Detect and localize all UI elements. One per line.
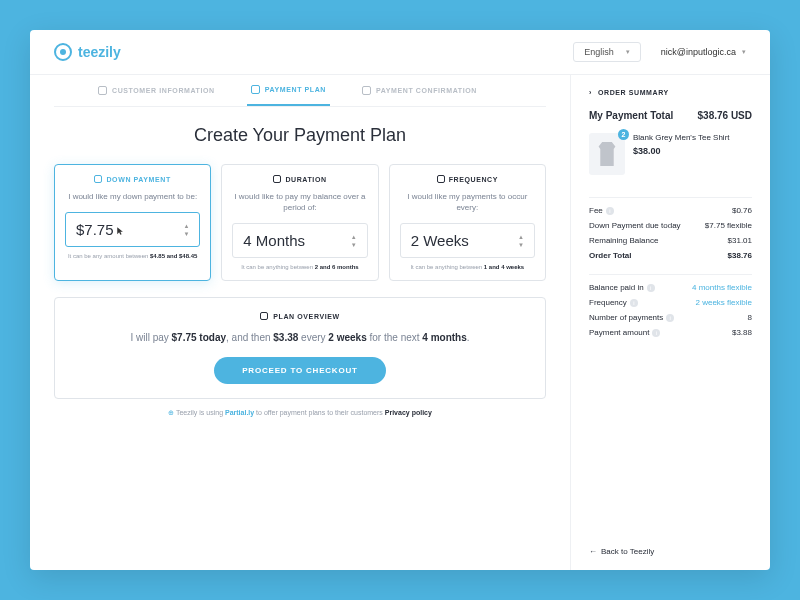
stepper-value: 2 Weeks bbox=[411, 232, 469, 249]
balance-row: Remaining Balance$31.01 bbox=[589, 236, 752, 245]
info-icon[interactable]: i bbox=[652, 329, 660, 337]
page-title: Create Your Payment Plan bbox=[54, 125, 546, 146]
down-payment-stepper[interactable]: $7.75 ▲ ▼ bbox=[65, 212, 200, 247]
product-image: 2 bbox=[589, 133, 625, 175]
user-email: nick@inputlogic.ca bbox=[661, 47, 736, 57]
user-menu[interactable]: nick@inputlogic.ca ▾ bbox=[661, 47, 746, 57]
chevron-right-icon: › bbox=[589, 89, 592, 96]
down-arrow-icon bbox=[94, 175, 102, 183]
product-name: Blank Grey Men's Tee Shirt bbox=[633, 133, 752, 143]
back-link[interactable]: ←Back to Teezily bbox=[589, 547, 752, 556]
checkout-tabs: CUSTOMER INFORMATION PAYMENT PLAN PAYMEN… bbox=[54, 75, 546, 107]
stepper-down-button[interactable]: ▼ bbox=[183, 231, 189, 237]
calendar-icon bbox=[251, 85, 260, 94]
stepper-down-button[interactable]: ▼ bbox=[518, 242, 524, 248]
main-panel: CUSTOMER INFORMATION PAYMENT PLAN PAYMEN… bbox=[30, 75, 570, 570]
info-icon[interactable]: i bbox=[666, 314, 674, 322]
check-icon bbox=[362, 86, 371, 95]
plan-cards: DOWN PAYMENT I would like my down paymen… bbox=[54, 164, 546, 281]
duration-stepper[interactable]: 4 Months ▲ ▼ bbox=[232, 223, 367, 258]
stepper-controls: ▲ ▼ bbox=[351, 234, 357, 248]
footer: ⊕ Teezily is using Partial.ly to offer p… bbox=[54, 399, 546, 421]
partially-link[interactable]: Partial.ly bbox=[225, 409, 254, 416]
qty-badge: 2 bbox=[618, 129, 629, 140]
header: teezily English ▾ nick@inputlogic.ca ▾ bbox=[30, 30, 770, 75]
calendar-icon bbox=[437, 175, 445, 183]
card-hint: It can be any amount between $4.85 and $… bbox=[65, 253, 200, 259]
stepper-down-button[interactable]: ▼ bbox=[351, 242, 357, 248]
globe-icon bbox=[260, 312, 268, 320]
tab-customer-info[interactable]: CUSTOMER INFORMATION bbox=[94, 85, 219, 106]
card-frequency[interactable]: FREQUENCY I would like my payments to oc… bbox=[389, 164, 546, 281]
payment-amount-row: Payment amounti$3.88 bbox=[589, 328, 752, 337]
stepper-up-button[interactable]: ▲ bbox=[351, 234, 357, 240]
stepper-controls: ▲ ▼ bbox=[183, 223, 189, 237]
proceed-checkout-button[interactable]: PROCEED TO CHECKOUT bbox=[214, 357, 386, 384]
stepper-up-button[interactable]: ▲ bbox=[183, 223, 189, 229]
card-header: FREQUENCY bbox=[400, 175, 535, 183]
arrow-left-icon: ← bbox=[589, 547, 597, 556]
product-price: $38.00 bbox=[633, 146, 752, 156]
clock-icon bbox=[273, 175, 281, 183]
chevron-down-icon: ▾ bbox=[742, 48, 746, 56]
card-down-payment[interactable]: DOWN PAYMENT I would like my down paymen… bbox=[54, 164, 211, 281]
tab-payment-plan[interactable]: PAYMENT PLAN bbox=[247, 85, 330, 106]
brand-logo[interactable]: teezily bbox=[54, 43, 121, 61]
card-header: DURATION bbox=[232, 175, 367, 183]
overview-text: I will pay $7.75 today, and then $3.38 e… bbox=[75, 332, 525, 343]
chevron-down-icon: ▾ bbox=[626, 48, 630, 56]
privacy-link[interactable]: Privacy policy bbox=[385, 409, 432, 416]
num-payments-row: Number of paymentsi8 bbox=[589, 313, 752, 322]
freq-row: Frequencyi2 weeks flexible bbox=[589, 298, 752, 307]
product-info: Blank Grey Men's Tee Shirt $38.00 bbox=[633, 133, 752, 175]
language-selector[interactable]: English ▾ bbox=[573, 42, 641, 62]
info-icon[interactable]: i bbox=[606, 207, 614, 215]
plan-overview: PLAN OVERVIEW I will pay $7.75 today, an… bbox=[54, 297, 546, 399]
app-window: teezily English ▾ nick@inputlogic.ca ▾ C… bbox=[30, 30, 770, 570]
logo-icon bbox=[54, 43, 72, 61]
card-duration[interactable]: DURATION I would like to pay my balance … bbox=[221, 164, 378, 281]
order-total-row: Order Total$38.76 bbox=[589, 251, 752, 260]
globe-icon: ⊕ bbox=[168, 409, 174, 416]
divider bbox=[589, 197, 752, 198]
card-desc: I would like my payments to occur every: bbox=[400, 191, 535, 213]
product-row: 2 Blank Grey Men's Tee Shirt $38.00 bbox=[589, 133, 752, 175]
info-icon[interactable]: i bbox=[647, 284, 655, 292]
overview-header: PLAN OVERVIEW bbox=[75, 312, 525, 320]
divider bbox=[589, 274, 752, 275]
stepper-controls: ▲ ▼ bbox=[518, 234, 524, 248]
header-right: English ▾ nick@inputlogic.ca ▾ bbox=[573, 42, 746, 62]
card-hint: It can be anything between 2 and 6 month… bbox=[232, 264, 367, 270]
down-row: Down Payment due today$7.75 flexible bbox=[589, 221, 752, 230]
stepper-up-button[interactable]: ▲ bbox=[518, 234, 524, 240]
stepper-value: $7.75 bbox=[76, 221, 126, 238]
order-summary-sidebar: ›ORDER SUMMARY My Payment Total$38.76 US… bbox=[570, 75, 770, 570]
language-label: English bbox=[584, 47, 614, 57]
tab-payment-confirm[interactable]: PAYMENT CONFIRMATION bbox=[358, 85, 481, 106]
fee-row: Feei$0.76 bbox=[589, 206, 752, 215]
card-desc: I would like to pay my balance over a pe… bbox=[232, 191, 367, 213]
stepper-value: 4 Months bbox=[243, 232, 305, 249]
person-icon bbox=[98, 86, 107, 95]
body: CUSTOMER INFORMATION PAYMENT PLAN PAYMEN… bbox=[30, 75, 770, 570]
info-icon[interactable]: i bbox=[630, 299, 638, 307]
sidebar-header: ›ORDER SUMMARY bbox=[589, 89, 752, 96]
paid-in-row: Balance paid ini4 months flexible bbox=[589, 283, 752, 292]
brand-name: teezily bbox=[78, 44, 121, 60]
payment-total-row: My Payment Total$38.76 USD bbox=[589, 110, 752, 121]
cursor-icon bbox=[116, 226, 126, 236]
frequency-stepper[interactable]: 2 Weeks ▲ ▼ bbox=[400, 223, 535, 258]
card-desc: I would like my down payment to be: bbox=[65, 191, 200, 202]
card-hint: It can be anything between 1 and 4 weeks bbox=[400, 264, 535, 270]
card-header: DOWN PAYMENT bbox=[65, 175, 200, 183]
